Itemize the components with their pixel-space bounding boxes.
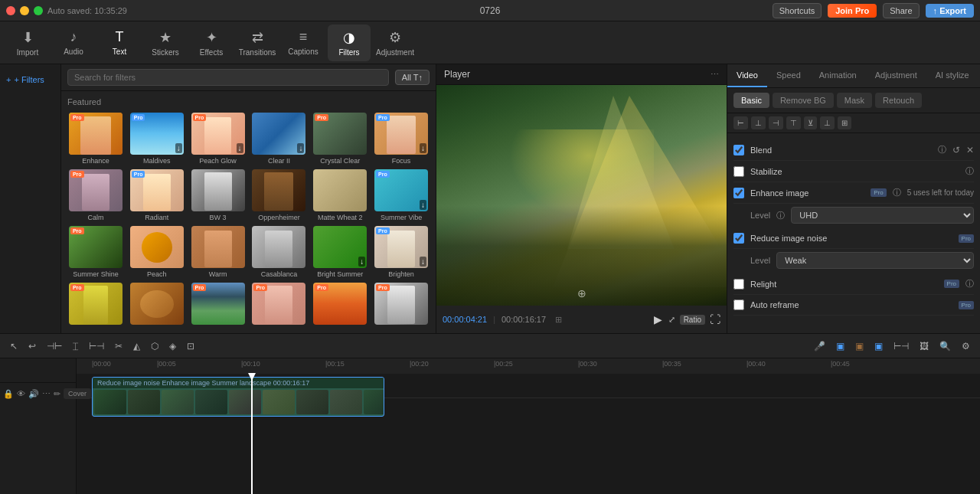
filter-item-focus[interactable]: Pro ↓ Focus bbox=[373, 113, 430, 165]
tl-select-tool[interactable]: ↖ bbox=[6, 339, 21, 354]
track-audio-btn[interactable]: 🔊 bbox=[28, 389, 39, 399]
tl-split-icon[interactable]: ⊢⊣ bbox=[890, 339, 913, 354]
tl-split-at-end[interactable]: ⊢⊣ bbox=[85, 339, 108, 354]
filter-item-brighten[interactable]: Pro ↓ Brighten bbox=[373, 226, 430, 278]
play-button[interactable]: ▶ bbox=[654, 313, 662, 326]
tl-crop[interactable]: ⊡ bbox=[183, 339, 198, 354]
tl-composite[interactable]: ◈ bbox=[165, 339, 180, 354]
filter-item-r6[interactable]: Pro bbox=[373, 283, 430, 327]
tl-keyframe[interactable]: ⬡ bbox=[147, 339, 162, 354]
export-button[interactable]: ↑ Export bbox=[926, 4, 974, 18]
tl-split-at-start[interactable]: ⊣⊢ bbox=[43, 339, 66, 354]
blend-reset[interactable]: ↺ bbox=[952, 145, 960, 155]
tool-filters[interactable]: ◑ Filters bbox=[328, 25, 371, 61]
filter-item-r4[interactable]: Pro bbox=[251, 283, 308, 327]
tab-video[interactable]: Video bbox=[727, 64, 767, 87]
tool-stickers[interactable]: ★ Stickers bbox=[144, 25, 187, 61]
tab-adjustment[interactable]: Adjustment bbox=[866, 64, 926, 87]
auto-reframe-checkbox[interactable] bbox=[733, 299, 744, 310]
tl-undo[interactable]: ↩ bbox=[24, 339, 40, 354]
filter-item-maldives[interactable]: Pro ↓ Maldives bbox=[129, 113, 185, 165]
fit-button[interactable]: ⤢ bbox=[668, 315, 675, 325]
filter-item-warm[interactable]: Warm bbox=[190, 226, 247, 278]
align-right-btn[interactable]: ⊣ bbox=[769, 116, 783, 129]
subtab-remove-bg[interactable]: Remove BG bbox=[773, 93, 834, 108]
filter-item-bw3[interactable]: BW 3 bbox=[190, 169, 247, 221]
stabilize-checkbox[interactable] bbox=[733, 166, 744, 177]
tl-image[interactable]: 🖼 bbox=[916, 339, 933, 354]
shortcuts-button[interactable]: Shortcuts bbox=[773, 3, 822, 18]
track-eye-btn[interactable]: 👁 bbox=[17, 389, 25, 398]
blend-close[interactable]: ✕ bbox=[966, 145, 974, 155]
filter-item-summer-shine[interactable]: Pro Summer Shine bbox=[67, 226, 124, 278]
tool-effects[interactable]: ✦ Effects bbox=[190, 25, 233, 61]
tl-split[interactable]: ⌶ bbox=[69, 339, 82, 354]
reduce-level-select[interactable]: Weak bbox=[776, 252, 974, 269]
tab-ai-stylize[interactable]: AI stylize bbox=[926, 64, 978, 87]
track-more-btn[interactable]: ⋯ bbox=[42, 389, 51, 399]
filter-item-summer-vibe[interactable]: Pro ↓ Summer Vibe bbox=[373, 169, 430, 221]
blend-checkbox[interactable] bbox=[733, 145, 744, 155]
align-bottom-btn[interactable]: ⊥ bbox=[820, 116, 835, 129]
track-edit-btn[interactable]: ✏ bbox=[54, 389, 60, 399]
track-lock-btn[interactable]: 🔒 bbox=[3, 389, 14, 399]
maximize-button[interactable] bbox=[34, 6, 43, 15]
filter-item-peach-glow[interactable]: Pro ↓ Peach Glow bbox=[190, 113, 247, 165]
tool-captions[interactable]: ≡ Captions bbox=[282, 25, 325, 61]
enhance-checkbox[interactable] bbox=[733, 188, 744, 198]
align-center-v-btn[interactable]: ⊻ bbox=[804, 116, 817, 129]
reduce-noise-checkbox[interactable] bbox=[733, 233, 744, 244]
video-clip[interactable]: Reduce image noise Enhance image Summer … bbox=[92, 377, 384, 417]
filter-item-crystal-clear[interactable]: Pro Crystal Clear bbox=[312, 113, 368, 165]
filter-item-clear-ii[interactable]: ↓ Clear II bbox=[251, 113, 308, 165]
filter-item-r2[interactable] bbox=[129, 283, 185, 327]
player-menu-icon[interactable]: ⋯ bbox=[710, 70, 719, 80]
tl-color3[interactable]: ▣ bbox=[871, 339, 887, 354]
tl-zoom-in[interactable]: ⚙ bbox=[958, 339, 974, 354]
ratio-badge[interactable]: Ratio bbox=[680, 315, 705, 325]
filter-item-matte-wheat[interactable]: Matte Wheat 2 bbox=[312, 169, 368, 221]
filter-item-radiant[interactable]: Pro Radiant bbox=[129, 169, 185, 221]
video-center-control[interactable]: ⊕ bbox=[577, 287, 586, 299]
filter-all-button[interactable]: All T↑ bbox=[395, 70, 430, 85]
filter-item-casablanca[interactable]: Casablanca bbox=[251, 226, 308, 278]
tool-text[interactable]: T Text bbox=[98, 25, 141, 61]
filter-item-r1[interactable]: Pro bbox=[67, 283, 124, 327]
tl-trim[interactable]: ✂ bbox=[111, 339, 126, 354]
sidebar-item-filters[interactable]: + + Filters bbox=[3, 70, 57, 89]
enhance-level-select[interactable]: UHD bbox=[791, 207, 974, 224]
relight-checkbox[interactable] bbox=[733, 279, 744, 290]
filter-item-r3[interactable]: Pro bbox=[190, 283, 247, 327]
minimize-button[interactable] bbox=[20, 6, 29, 15]
subtab-basic[interactable]: Basic bbox=[733, 93, 769, 108]
filter-item-enhance[interactable]: Pro Enhance bbox=[67, 113, 124, 165]
tab-animation[interactable]: Animation bbox=[810, 64, 866, 87]
filter-item-calm[interactable]: Pro Calm bbox=[67, 169, 124, 221]
tl-zoom-out[interactable]: 🔍 bbox=[936, 339, 955, 354]
joinpro-button[interactable]: Join Pro bbox=[828, 4, 877, 18]
align-center-h-btn[interactable]: ⊥ bbox=[751, 116, 766, 129]
filter-search-input[interactable] bbox=[67, 69, 389, 86]
filter-item-bright-summer[interactable]: ↓ Bright Summer bbox=[312, 226, 368, 278]
filter-item-r5[interactable]: Pro bbox=[312, 283, 368, 327]
align-top-btn[interactable]: ⊤ bbox=[786, 116, 801, 129]
tool-adjustment[interactable]: ⚙ Adjustment bbox=[374, 25, 416, 61]
tool-import[interactable]: ⬇ Import bbox=[6, 25, 49, 61]
tab-speed[interactable]: Speed bbox=[767, 64, 810, 87]
subtab-mask[interactable]: Mask bbox=[837, 93, 872, 108]
align-left-btn[interactable]: ⊢ bbox=[733, 116, 748, 129]
playhead[interactable] bbox=[251, 374, 253, 494]
tl-color1[interactable]: ▣ bbox=[832, 339, 848, 354]
distribute-btn[interactable]: ⊞ bbox=[838, 116, 851, 129]
tl-mic[interactable]: 🎤 bbox=[810, 339, 829, 354]
tool-transitions[interactable]: ⇄ Transitions bbox=[236, 25, 279, 61]
filter-item-peach[interactable]: Peach bbox=[129, 226, 185, 278]
subtab-retouch[interactable]: Retouch bbox=[875, 93, 922, 108]
fullscreen-button[interactable]: ⛶ bbox=[710, 313, 720, 326]
tl-mask[interactable]: ◭ bbox=[129, 339, 144, 354]
tl-color2[interactable]: ▣ bbox=[851, 339, 867, 354]
filter-item-oppenheimer[interactable]: Oppenheimer bbox=[251, 169, 308, 221]
share-button[interactable]: Share bbox=[883, 3, 919, 18]
tool-audio[interactable]: ♪ Audio bbox=[52, 25, 95, 61]
close-button[interactable] bbox=[6, 6, 15, 15]
